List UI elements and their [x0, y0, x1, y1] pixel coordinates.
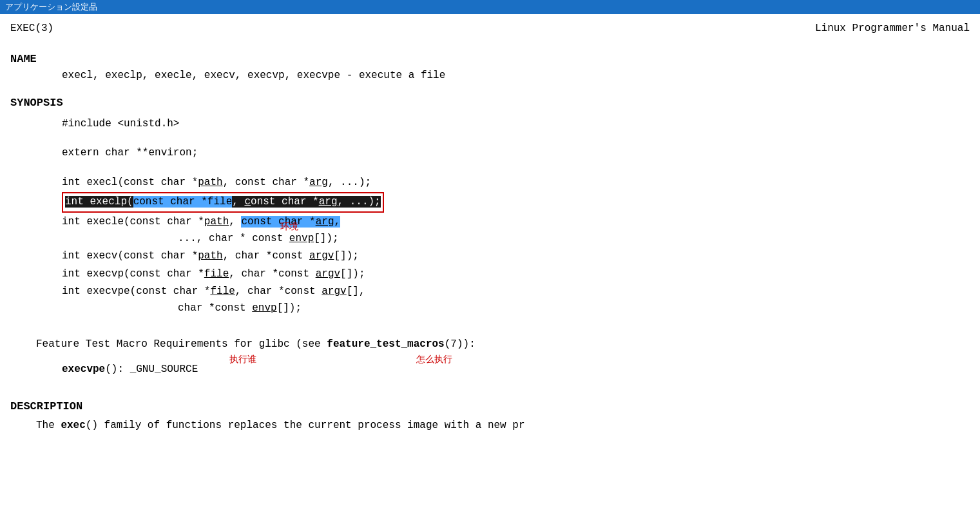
execvpe-gnu-line: execvpe(): _GNU_SOURCE: [62, 362, 970, 378]
execvpe-line: int execvpe(const char *file, char *cons…: [62, 284, 970, 300]
synopsis-title: SYNOPSIS: [10, 94, 970, 112]
execle-path-underline: path: [204, 216, 229, 228]
execvp-line: int execvp(const char *file, char *const…: [62, 266, 970, 283]
include-line: #include <unistd.h>: [62, 116, 970, 133]
execlp-highlighted: int execlp(const char *file, const char …: [65, 196, 381, 208]
annotation-zenmezhixing: 怎么执行: [416, 352, 452, 366]
execl-path-underline: path: [198, 177, 222, 188]
execle-line2: ..., char * const envp[]); 环境: [178, 231, 970, 247]
annotation-huan: 环境: [280, 221, 298, 231]
man-page-header: EXEC(3) Linux Programmer's Manual: [10, 21, 970, 37]
feature-section: Feature Test Macro Requirements for glib…: [10, 336, 970, 378]
main-content: EXEC(3) Linux Programmer's Manual NAME e…: [0, 14, 980, 451]
title-label: アプリケーション設定品: [5, 1, 97, 13]
name-content: execl, execlp, execle, execv, execvp, ex…: [62, 68, 970, 84]
execvpe-argv-underline: argv: [322, 286, 346, 297]
execl-arg-underline: arg: [309, 177, 328, 188]
execlp-arg2-underline: arg: [319, 196, 338, 208]
title-bar: アプリケーション設定品: [0, 0, 980, 14]
execl-line: int execl(const char *path, const char *…: [62, 175, 970, 191]
description-title: DESCRIPTION: [10, 398, 970, 415]
synopsis-section: SYNOPSIS #include <unistd.h> extern char…: [10, 94, 970, 316]
execlp-line-wrapper: int execlp(const char *file, const char …: [62, 192, 970, 213]
exec-bold: exec: [61, 420, 85, 431]
execle-line: int execle(const char *path, const char …: [62, 214, 970, 231]
execle-envp-underline: envp: [289, 233, 314, 244]
execvp-file-underline: file: [204, 268, 229, 280]
environ-line: extern char **environ;: [62, 145, 970, 162]
execlp-selected: const char *file: [133, 196, 233, 208]
execlp-arg-underline: c: [244, 196, 251, 208]
execvpe-envp-underline: envp: [252, 302, 276, 314]
man-page-title-right: Linux Programmer's Manual: [815, 21, 970, 37]
feature-bold-text: feature_test_macros: [327, 338, 444, 350]
execv-line: int execv(const char *path, char *const …: [62, 248, 970, 265]
feature-line: Feature Test Macro Requirements for glib…: [36, 336, 970, 353]
execv-argv-underline: argv: [309, 250, 334, 262]
execvp-argv-underline: argv: [316, 268, 340, 280]
description-line1: The exec() family of functions replaces …: [36, 418, 970, 434]
annotation-zhixinghui: 执行谁: [229, 352, 256, 366]
execv-path-underline: path: [198, 250, 222, 262]
name-title: NAME: [10, 50, 970, 68]
name-section: NAME execl, execlp, execle, execv, execv…: [10, 50, 970, 84]
execvpe-label: execvpe: [62, 364, 105, 375]
execvpe-line2: char *const envp[]);: [178, 300, 970, 317]
execvpe-file-underline: file: [210, 286, 235, 297]
man-page-title-left: EXEC(3): [10, 21, 53, 37]
description-section: DESCRIPTION The exec() family of functio…: [10, 398, 970, 434]
